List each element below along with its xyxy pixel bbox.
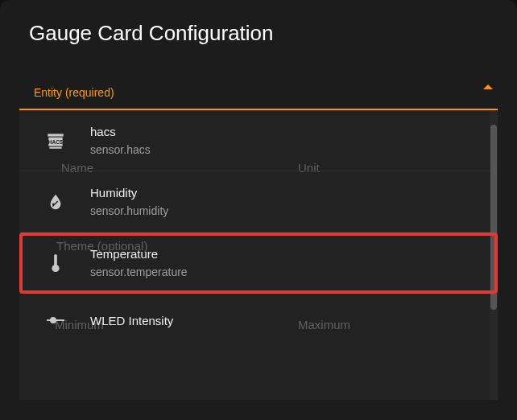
svg-rect-0 (48, 134, 64, 136)
entity-option-wled[interactable]: WLED Intensity (19, 294, 498, 347)
entity-option-hacs[interactable]: HACS hacs sensor.hacs (19, 110, 498, 171)
entity-option-name: Temperature (90, 247, 188, 261)
dropdown-caret-icon[interactable] (483, 84, 493, 89)
entity-option-name: hacs (90, 125, 151, 138)
entity-dropdown-panel: Name Unit Theme (optional) Minimum Maxim… (19, 110, 498, 400)
thermometer-icon (43, 251, 68, 275)
entity-field-label[interactable]: Entity (required) (19, 86, 498, 109)
entity-option-text: hacs sensor.hacs (90, 125, 151, 156)
svg-point-8 (50, 317, 56, 323)
panel-title: Gauge Card Configuration (29, 21, 488, 46)
hacs-icon: HACS (43, 129, 68, 153)
svg-rect-2 (49, 146, 61, 148)
panel-body: Entity (required) Name Unit Theme (optio… (0, 62, 517, 400)
slider-icon (43, 308, 68, 332)
panel-header: Gauge Card Configuration (0, 0, 517, 62)
svg-rect-5 (54, 254, 57, 266)
svg-point-6 (52, 264, 59, 271)
svg-text:HACS: HACS (48, 139, 64, 145)
config-panel: Gauge Card Configuration Entity (require… (0, 0, 517, 420)
entity-option-temperature[interactable]: Temperature sensor.temperature (19, 233, 498, 294)
entity-option-text: Temperature sensor.temperature (90, 247, 188, 278)
entity-option-text: WLED Intensity (90, 314, 173, 327)
entity-option-id: sensor.humidity (90, 204, 168, 217)
entity-option-id: sensor.hacs (90, 143, 151, 156)
entity-option-name: WLED Intensity (90, 314, 173, 327)
entity-option-id: sensor.temperature (90, 266, 188, 278)
entity-option-name: Humidity (90, 186, 168, 200)
entity-option-humidity[interactable]: Humidity sensor.humidity (19, 171, 498, 233)
entity-option-text: Humidity sensor.humidity (90, 186, 168, 217)
water-drop-icon (43, 190, 68, 214)
